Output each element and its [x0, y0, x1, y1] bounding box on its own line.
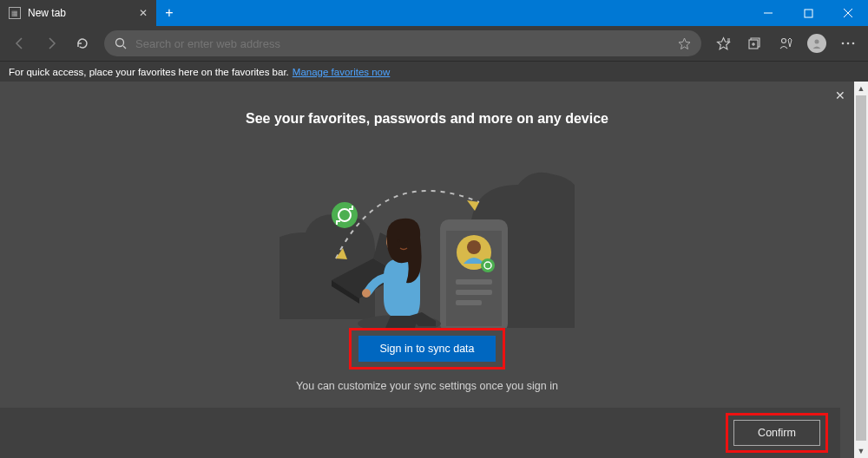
window-controls [748, 0, 868, 26]
scroll-up-icon[interactable]: ▲ [854, 82, 868, 95]
favorites-icon[interactable] [708, 29, 738, 58]
footer-bar: Confirm [0, 408, 840, 458]
close-tab-icon[interactable]: ✕ [139, 7, 148, 19]
signin-highlight: Sign in to sync data [349, 328, 505, 370]
favorites-bar-text: For quick access, place your favorites h… [9, 67, 289, 77]
tab-title: New tab [28, 7, 66, 19]
menu-button[interactable] [833, 29, 863, 58]
svg-point-16 [332, 202, 358, 228]
personal-icon[interactable] [771, 29, 800, 58]
toolbar [0, 26, 868, 61]
svg-point-28 [398, 240, 400, 243]
close-panel-icon[interactable]: ✕ [835, 88, 845, 102]
svg-point-26 [362, 289, 371, 298]
signin-button[interactable]: Sign in to sync data [358, 336, 496, 362]
browser-tab[interactable]: ▦ New tab ✕ [0, 0, 156, 26]
svg-point-20 [467, 240, 481, 254]
forward-button[interactable] [36, 29, 66, 58]
scroll-down-icon[interactable]: ▼ [854, 444, 868, 458]
close-window-button[interactable] [828, 0, 868, 26]
svg-point-4 [116, 39, 124, 47]
sync-illustration [279, 154, 575, 328]
scrollbar-thumb[interactable] [856, 95, 866, 441]
tab-favicon: ▦ [9, 7, 21, 19]
svg-point-21 [481, 258, 495, 272]
svg-point-12 [815, 40, 819, 44]
svg-point-14 [847, 43, 850, 45]
title-bar: ▦ New tab ✕ + [0, 0, 868, 26]
sync-subtext: You can customize your sync settings onc… [0, 380, 854, 392]
confirm-button[interactable]: Confirm [733, 420, 820, 446]
svg-rect-1 [805, 10, 812, 17]
svg-rect-24 [456, 300, 482, 305]
svg-rect-22 [456, 279, 492, 285]
content-area: ✕ See your favorites, passwords and more… [0, 82, 854, 458]
favorites-bar: For quick access, place your favorites h… [0, 61, 868, 82]
profile-button[interactable] [802, 29, 832, 58]
new-tab-button[interactable]: + [156, 0, 182, 26]
search-icon [115, 37, 127, 49]
minimize-button[interactable] [748, 0, 788, 26]
vertical-scrollbar[interactable]: ▲ ▼ [854, 82, 868, 458]
svg-rect-23 [456, 290, 492, 295]
refresh-button[interactable] [68, 29, 97, 58]
manage-favorites-link[interactable]: Manage favorites now [293, 67, 391, 77]
svg-point-11 [782, 39, 786, 43]
svg-line-5 [123, 46, 126, 49]
address-bar[interactable] [104, 30, 701, 56]
confirm-highlight: Confirm [726, 413, 828, 453]
back-button[interactable] [5, 29, 35, 58]
sync-heading: See your favorites, passwords and more o… [0, 82, 854, 127]
address-input[interactable] [135, 37, 669, 50]
maximize-button[interactable] [788, 0, 828, 26]
favorite-star-icon[interactable] [678, 37, 691, 50]
svg-point-29 [405, 241, 408, 244]
collections-icon[interactable] [740, 29, 769, 58]
svg-point-13 [842, 43, 845, 45]
svg-point-15 [852, 43, 855, 45]
